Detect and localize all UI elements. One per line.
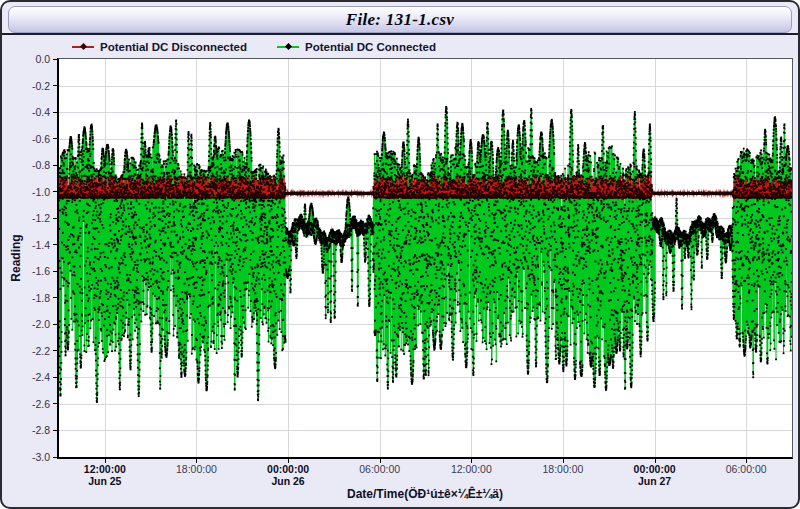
plot-canvas[interactable]: [59, 59, 792, 457]
legend-item-1: Potential DC Connected: [277, 41, 436, 53]
x-tick-time: 00:00:00: [634, 463, 676, 475]
x-tick-time: 18:00:00: [176, 463, 217, 475]
title-bar[interactable]: File: 131-1.csv: [8, 6, 792, 33]
y-tick-mark: [53, 85, 58, 86]
y-tick-label: -2.4: [4, 371, 50, 383]
x-tick-time: 00:00:00: [267, 463, 309, 475]
y-tick-label: -2.6: [4, 398, 50, 410]
x-tick-label: 12:00:00Jun 25: [84, 463, 126, 487]
y-tick-mark: [53, 377, 58, 378]
y-tick-mark: [53, 112, 58, 113]
legend: Potential DC DisconnectedPotential DC Co…: [72, 39, 436, 55]
x-tick-date: Jun 26: [267, 475, 309, 487]
y-tick-label: -2.2: [4, 345, 50, 357]
x-tick-date: Jun 27: [634, 475, 676, 487]
y-tick-mark: [53, 165, 58, 166]
x-tick-label: 06:00:00: [726, 463, 767, 475]
y-tick-label: -1.4: [4, 239, 50, 251]
y-tick-label: -0.2: [4, 80, 50, 92]
x-tick-date: Jun 25: [84, 475, 126, 487]
x-tick-label: 18:00:00: [543, 463, 584, 475]
legend-marker-icon: [80, 43, 87, 50]
y-tick-mark: [53, 350, 58, 351]
y-tick-mark: [53, 271, 58, 272]
legend-line-sample: [277, 46, 299, 48]
x-tick-time: 06:00:00: [359, 463, 400, 475]
x-tick-label: 00:00:00Jun 27: [634, 463, 676, 487]
x-axis-title: Date/Time(ÖÐ¹ú±ê×¼Ê±¼ä): [347, 487, 503, 501]
y-tick-mark: [53, 138, 58, 139]
y-tick-label: -2.8: [4, 424, 50, 436]
y-tick-label: -1.8: [4, 292, 50, 304]
y-tick-label: -2.0: [4, 318, 50, 330]
legend-label: Potential DC Connected: [305, 41, 436, 53]
y-tick-label: 0.0: [4, 53, 50, 65]
title-divider: [2, 33, 798, 35]
y-tick-label: -1.0: [4, 186, 50, 198]
y-tick-mark: [53, 191, 58, 192]
y-tick-label: -3.0: [4, 451, 50, 463]
y-tick-mark: [53, 297, 58, 298]
y-tick-mark: [53, 430, 58, 431]
y-tick-mark: [53, 244, 58, 245]
x-tick-time: 12:00:00: [451, 463, 492, 475]
y-tick-mark: [53, 403, 58, 404]
y-tick-mark: [53, 218, 58, 219]
legend-marker-icon: [285, 43, 292, 50]
y-tick-mark: [53, 324, 58, 325]
window-title: File: 131-1.csv: [346, 10, 454, 30]
y-axis-title: Reading: [9, 223, 23, 293]
x-tick-label: 18:00:00: [176, 463, 217, 475]
x-tick-label: 12:00:00: [451, 463, 492, 475]
x-tick-label: 06:00:00: [359, 463, 400, 475]
x-tick-label: 00:00:00Jun 26: [267, 463, 309, 487]
x-tick-time: 06:00:00: [726, 463, 767, 475]
y-tick-label: -1.6: [4, 265, 50, 277]
y-tick-label: -0.8: [4, 159, 50, 171]
legend-item-0: Potential DC Disconnected: [72, 41, 247, 53]
y-tick-label: -0.4: [4, 106, 50, 118]
y-tick-mark: [53, 457, 58, 458]
y-tick-label: -0.6: [4, 133, 50, 145]
legend-label: Potential DC Disconnected: [100, 41, 247, 53]
x-tick-time: 18:00:00: [543, 463, 584, 475]
chart-window: File: 131-1.csv Potential DC Disconnecte…: [0, 0, 800, 509]
plot-area: [57, 58, 793, 459]
y-tick-label: -1.2: [4, 212, 50, 224]
y-tick-mark: [53, 59, 58, 60]
legend-line-sample: [72, 46, 94, 48]
x-tick-time: 12:00:00: [84, 463, 126, 475]
